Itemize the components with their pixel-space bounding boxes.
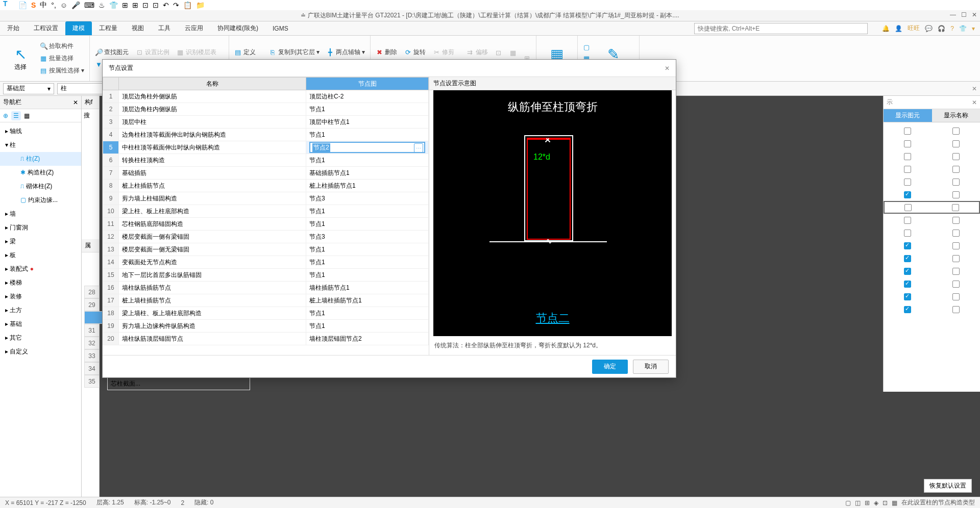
checkbox[interactable]: [952, 140, 960, 147]
batch-select-button[interactable]: ▦批量选择: [40, 53, 84, 64]
checkbox[interactable]: [952, 217, 960, 224]
nav-tool-icon[interactable]: ☰: [11, 111, 21, 120]
display-row[interactable]: [884, 214, 980, 226]
sys-icon[interactable]: 📄: [18, 1, 27, 9]
nav-item[interactable]: ▸ 自定义: [0, 345, 81, 359]
checkbox[interactable]: [952, 268, 960, 275]
display-row[interactable]: [884, 290, 980, 303]
restore-default-button[interactable]: 恢复默认设置: [924, 479, 972, 493]
menu-modeling[interactable]: 建模: [65, 21, 92, 35]
user-avatar[interactable]: 👤: [895, 25, 902, 32]
status-view-icon[interactable]: ◈: [874, 499, 878, 506]
display-row[interactable]: [884, 252, 980, 265]
dropdown-icon[interactable]: ▾: [972, 25, 975, 32]
sogou-icon[interactable]: S: [31, 1, 36, 9]
nav-close-icon[interactable]: ✕: [73, 99, 78, 106]
minimize-button[interactable]: —: [950, 11, 956, 18]
nav-tool-icon[interactable]: ⊕: [3, 112, 8, 119]
checkbox[interactable]: [952, 293, 960, 300]
menu-cloud[interactable]: 云应用: [178, 21, 210, 35]
table-row[interactable]: 14变截面处无节点构造节点1: [103, 256, 429, 269]
nav-item[interactable]: ▾ 柱: [0, 138, 81, 152]
table-row[interactable]: 19剪力墙上边缘构件纵筋构造节点1: [103, 320, 429, 333]
checkbox[interactable]: [952, 191, 960, 198]
menu-tools[interactable]: 工具: [151, 21, 178, 35]
nav-item[interactable]: ▸ 土方: [0, 303, 81, 317]
select-by-attr-button[interactable]: ▤按属性选择 ▾: [40, 65, 84, 76]
nav-item[interactable]: ▸ 装修: [0, 290, 81, 303]
shortcut-search-input[interactable]: [694, 23, 868, 34]
display-row[interactable]: [884, 277, 980, 290]
sys-icon[interactable]: ⊡: [153, 1, 159, 9]
table-header-name[interactable]: 名称: [119, 77, 306, 90]
status-view-icon[interactable]: ⊡: [883, 499, 888, 506]
table-row[interactable]: 4边角柱柱顶等截面伸出时纵向钢筋构造节点1: [103, 129, 429, 141]
nav-item[interactable]: ▸ 轴线: [0, 124, 81, 138]
menu-collab[interactable]: 协同建模(限免): [210, 21, 265, 35]
sys-icon[interactable]: 中: [40, 1, 47, 10]
help2-icon[interactable]: ?: [950, 25, 954, 32]
checkbox[interactable]: [952, 179, 960, 186]
nav-item[interactable]: ▸ 板: [0, 248, 81, 262]
nav-item[interactable]: ▸ 门窗洞: [0, 221, 81, 235]
checkbox[interactable]: [952, 166, 960, 173]
table-row[interactable]: 9剪力墙上柱锚固构造节点3: [103, 192, 429, 205]
table-row[interactable]: 1顶层边角柱外侧纵筋顶层边柱C-2: [103, 90, 429, 103]
sys-icon[interactable]: ⊞: [122, 1, 128, 9]
sys-icon[interactable]: ♨: [99, 1, 105, 9]
checkbox[interactable]: [904, 140, 911, 147]
status-view-icon[interactable]: ▢: [845, 499, 851, 506]
checkbox[interactable]: [952, 128, 960, 135]
table-row[interactable]: 16墙柱纵筋插筋节点墙柱插筋节点1: [103, 282, 429, 294]
row-number[interactable]: 32: [84, 337, 100, 349]
checkbox[interactable]: [952, 230, 960, 237]
cancel-button[interactable]: 取消: [633, 360, 669, 374]
help-icon[interactable]: 💬: [925, 25, 933, 32]
table-row[interactable]: 18梁上墙柱、板上墙柱底部构造节点1: [103, 307, 429, 320]
checkbox[interactable]: [952, 153, 960, 160]
display-row[interactable]: [884, 163, 980, 175]
close-button[interactable]: ✕: [972, 11, 977, 18]
table-row[interactable]: 12楼层变截面一侧有梁锚固节点3: [103, 231, 429, 243]
sys-icon[interactable]: °,: [51, 1, 56, 9]
headset-icon[interactable]: 🎧: [938, 25, 945, 32]
tab-show-element[interactable]: 显示图元: [884, 109, 932, 122]
display-row[interactable]: [884, 226, 980, 239]
pick-component-button[interactable]: 🔍拾取构件: [40, 41, 84, 52]
display-row[interactable]: [884, 124, 980, 137]
define-button[interactable]: ▤定义: [234, 47, 262, 58]
checkbox[interactable]: [904, 204, 912, 211]
table-row[interactable]: 20墙柱纵筋顶层锚固节点墙柱顶层锚固节点2: [103, 333, 429, 345]
nav-item[interactable]: ✱构造柱(Z): [0, 166, 81, 180]
sys-icon[interactable]: ☺: [60, 1, 67, 9]
checkbox[interactable]: [952, 204, 959, 211]
two-point-axis-button[interactable]: ╋两点辅轴 ▾: [327, 47, 365, 58]
display-row[interactable]: [884, 175, 980, 188]
sys-icon[interactable]: 📋: [183, 1, 192, 9]
checkbox[interactable]: [904, 191, 911, 198]
notify-icon[interactable]: 🔔: [882, 25, 890, 32]
row-number[interactable]: 33: [84, 349, 100, 362]
sys-icon[interactable]: ↷: [173, 1, 179, 9]
find-element-button[interactable]: 🔎查找图元: [95, 47, 129, 58]
nav-item[interactable]: ▢约束边缘...: [0, 193, 81, 207]
menu-view[interactable]: 视图: [125, 21, 151, 35]
sys-icon[interactable]: ⊡: [142, 1, 149, 9]
menu-start[interactable]: 开始: [0, 21, 27, 35]
dialog-close-button[interactable]: ✕: [665, 65, 670, 72]
display-row[interactable]: [884, 239, 980, 252]
menu-igms[interactable]: IGMS: [265, 21, 296, 35]
display-row[interactable]: [884, 265, 980, 277]
misc-button[interactable]: ▢: [583, 42, 590, 52]
checkbox[interactable]: [904, 217, 911, 224]
nav-item[interactable]: ▸ 梁: [0, 235, 81, 248]
layer-select[interactable]: 基础层▾: [3, 83, 54, 94]
delete-button[interactable]: ✖删除: [376, 47, 397, 58]
table-row[interactable]: 2顶层边角柱内侧纵筋节点1: [103, 103, 429, 116]
row-number[interactable]: 31: [84, 324, 100, 337]
menu-project-settings[interactable]: 工程设置: [27, 21, 65, 35]
row-number[interactable]: 28: [84, 286, 100, 298]
nav-tool-icon[interactable]: ▦: [24, 112, 30, 119]
checkbox[interactable]: [904, 128, 911, 135]
display-row[interactable]: [884, 303, 980, 316]
